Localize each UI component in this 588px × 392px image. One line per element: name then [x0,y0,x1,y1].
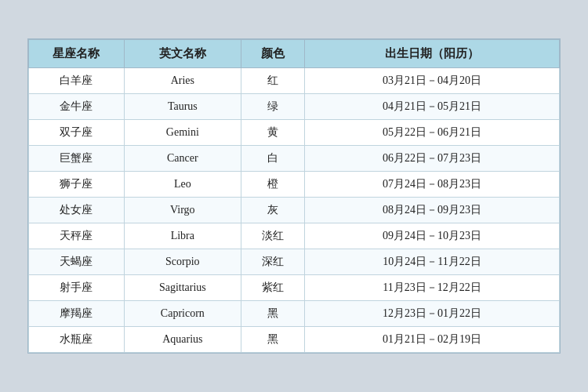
cell-chinese: 巨蟹座 [29,146,125,172]
cell-date: 10月24日－11月22日 [305,249,560,275]
table-row: 天秤座Libra淡红09月24日－10月23日 [29,223,560,249]
cell-chinese: 射手座 [29,275,125,301]
header-color: 颜色 [241,40,304,68]
cell-date: 06月22日－07月23日 [305,146,560,172]
header-english: 英文名称 [124,40,241,68]
cell-chinese: 摩羯座 [29,301,125,327]
cell-english: Scorpio [124,249,241,275]
cell-color: 深红 [241,249,304,275]
cell-english: Aries [124,68,241,94]
cell-english: Gemini [124,120,241,146]
table-row: 巨蟹座Cancer白06月22日－07月23日 [29,146,560,172]
cell-date: 12月23日－01月22日 [305,301,560,327]
cell-color: 橙 [241,172,304,198]
cell-chinese: 金牛座 [29,94,125,120]
cell-chinese: 白羊座 [29,68,125,94]
cell-color: 淡红 [241,223,304,249]
cell-date: 08月24日－09月23日 [305,198,560,223]
cell-chinese: 水瓶座 [29,327,125,353]
header-chinese: 星座名称 [29,40,125,68]
cell-color: 红 [241,68,304,94]
cell-english: Virgo [124,198,241,223]
cell-chinese: 天秤座 [29,223,125,249]
table-row: 狮子座Leo橙07月24日－08月23日 [29,172,560,198]
table-row: 射手座Sagittarius紫红11月23日－12月22日 [29,275,560,301]
cell-date: 05月22日－06月21日 [305,120,560,146]
zodiac-table-container: 星座名称 英文名称 颜色 出生日期（阳历） 白羊座Aries红03月21日－04… [27,38,561,354]
cell-english: Capricorn [124,301,241,327]
cell-color: 黑 [241,327,304,353]
cell-english: Taurus [124,94,241,120]
cell-chinese: 狮子座 [29,172,125,198]
cell-color: 紫红 [241,275,304,301]
header-date: 出生日期（阳历） [305,40,560,68]
table-row: 白羊座Aries红03月21日－04月20日 [29,68,560,94]
table-row: 水瓶座Aquarius黑01月21日－02月19日 [29,327,560,353]
cell-color: 黄 [241,120,304,146]
cell-english: Libra [124,223,241,249]
cell-chinese: 双子座 [29,120,125,146]
cell-english: Aquarius [124,327,241,353]
cell-date: 11月23日－12月22日 [305,275,560,301]
cell-date: 03月21日－04月20日 [305,68,560,94]
cell-color: 灰 [241,198,304,223]
cell-date: 07月24日－08月23日 [305,172,560,198]
table-row: 双子座Gemini黄05月22日－06月21日 [29,120,560,146]
cell-date: 09月24日－10月23日 [305,223,560,249]
table-body: 白羊座Aries红03月21日－04月20日金牛座Taurus绿04月21日－0… [29,68,560,353]
cell-english: Leo [124,172,241,198]
zodiac-table: 星座名称 英文名称 颜色 出生日期（阳历） 白羊座Aries红03月21日－04… [28,39,560,353]
table-row: 摩羯座Capricorn黑12月23日－01月22日 [29,301,560,327]
table-header-row: 星座名称 英文名称 颜色 出生日期（阳历） [29,40,560,68]
table-row: 金牛座Taurus绿04月21日－05月21日 [29,94,560,120]
cell-chinese: 天蝎座 [29,249,125,275]
table-row: 天蝎座Scorpio深红10月24日－11月22日 [29,249,560,275]
cell-color: 黑 [241,301,304,327]
cell-color: 绿 [241,94,304,120]
cell-date: 04月21日－05月21日 [305,94,560,120]
cell-english: Sagittarius [124,275,241,301]
cell-date: 01月21日－02月19日 [305,327,560,353]
table-row: 处女座Virgo灰08月24日－09月23日 [29,198,560,223]
cell-color: 白 [241,146,304,172]
cell-chinese: 处女座 [29,198,125,223]
cell-english: Cancer [124,146,241,172]
